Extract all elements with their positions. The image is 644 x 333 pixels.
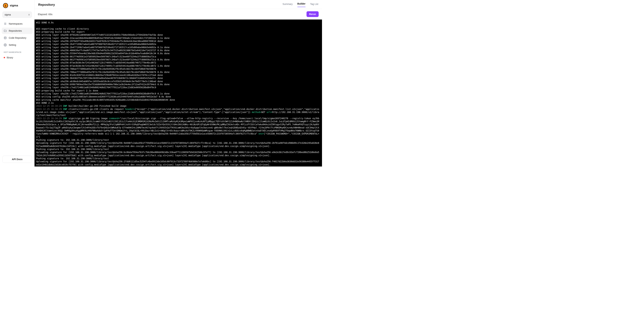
header: Repository Summary Builder Tag List (34, 0, 322, 9)
log-line: #23 preparing build cache for export 2.1… (36, 89, 320, 92)
brand-logo-letter: Σ (5, 4, 6, 7)
log-line: #23 DONE 2.1s (36, 102, 320, 104)
log-line: #23 writing cache manifest sha256:f611ea… (36, 98, 320, 102)
rerun-button[interactable]: Rerun (306, 11, 319, 17)
log-line: #23 writing layer sha256:2979d3ffd3a49b2… (36, 40, 320, 43)
nav-item-setting[interactable]: Setting (2, 42, 33, 48)
hot-namespace-label: library (7, 56, 13, 59)
project-selector-value: sigma (4, 13, 11, 16)
gear-icon (4, 44, 7, 46)
log-line: 2023-12-25 16:34:30 INF builder/cache.go… (36, 166, 320, 166)
brand[interactable]: Σ sigma (2, 2, 33, 10)
log-line: #23 preparing build cache for export (36, 30, 320, 34)
nav-item-label: Repositories (9, 30, 22, 32)
main: Repository Summary Builder Tag List Elap… (34, 0, 322, 166)
log-line: #23 writing layer sha256:81e9c028f32c416… (36, 74, 320, 77)
tab-builder[interactable]: Builder (298, 2, 306, 7)
brand-name: sigma (10, 4, 18, 7)
log-line: #23 writing layer sha256:ab38edc845ab897… (36, 80, 320, 83)
nav-item-code-repository[interactable]: Code Repository (2, 35, 33, 41)
log-line: Pushing signature to: 192.168.31.198:300… (36, 138, 320, 142)
folder-icon (4, 29, 7, 32)
status-dot-icon (4, 57, 5, 58)
log-line: #23 writing config sha256:a41d1c6853afc3… (36, 95, 320, 98)
page-title: Repository (38, 3, 55, 6)
rerun-label: Rerun (309, 13, 316, 16)
log-line: Uploading signature for [192.168.31.198:… (36, 151, 320, 157)
log-line: 2023-12-25 16:34:29 INF builder/builder.… (36, 104, 320, 108)
log-line: Pushing signature to: 192.168.31.198:300… (36, 148, 320, 151)
log-line: 2023-12-25 16:34:29 INF sign/sign.go:88 … (36, 117, 320, 138)
nav-item-namespaces[interactable]: Namespaces (2, 20, 33, 27)
log-line: #23 writing layer sha256:661ff4d9561e3fd… (36, 58, 320, 61)
log-line: Uploading signature for [192.168.31.198:… (36, 160, 320, 166)
log-line: #23 writing layer sha256:6fae3b38c9e7241… (36, 61, 320, 64)
nav-item-label: Namespaces (9, 22, 22, 25)
log-line: 2023-12-25 16:34:29 INF clients/clients.… (36, 108, 320, 117)
log-line: #23 writing layer sha256:22acaa10bb494e8… (36, 37, 320, 40)
log-line: #23 writing layer sha256:788aef77d06ba65… (36, 71, 320, 74)
log-line (36, 24, 320, 27)
subbar: Elapsed: 69s Rerun (34, 9, 322, 20)
log-line: #23 writing layer sha256:661ff4d9561e3fd… (36, 55, 320, 58)
brand-logo: Σ (3, 3, 8, 8)
log-line: #23 writing layer sha256:486039affc0ad0f… (36, 49, 320, 52)
svg-point-3 (4, 37, 6, 38)
api-docs-button[interactable]: API Docs (2, 156, 32, 163)
primary-nav: Namespaces Repositories Code Repository … (2, 20, 33, 48)
tab-label: Builder (298, 2, 306, 5)
nav-item-repositories[interactable]: Repositories (2, 28, 33, 34)
chevron-updown-icon: ▲▼ (28, 14, 30, 16)
tab-tag-list[interactable]: Tag List (310, 3, 318, 7)
tabs: Summary Builder Tag List (282, 2, 318, 7)
log-line: Uploading signature for [192.168.31.198:… (36, 142, 320, 148)
hot-namespace-item[interactable]: library (2, 55, 33, 60)
nav-item-label: Setting (9, 44, 16, 46)
build-log-terminal[interactable]: #22 DONE 0.9s #23 exporting cache to cli… (34, 20, 322, 166)
project-selector[interactable]: sigma ▲▼ (2, 12, 32, 18)
log-line: #23 writing layer sha256:55504f45ee4b236… (36, 52, 320, 55)
log-line: #23 exporting cache to client directory (36, 28, 320, 30)
log-line: Pushing signature to: 192.168.31.198:300… (36, 157, 320, 160)
tab-label: Summary (282, 3, 293, 6)
log-line: #23 writing layer sha256:0f932811d890586… (36, 34, 320, 36)
log-line: #22 DONE 0.9s (36, 21, 320, 24)
log-line: #23 writing layer sha256:b99b7969ee59a15… (36, 83, 320, 86)
elapsed-label: Elapsed: 69s (38, 13, 52, 16)
log-line: #23 writing layer sha256:c7ed17148b1ad61… (36, 92, 320, 95)
sidebar: Σ sigma sigma ▲▼ Namespaces Repositories (0, 0, 34, 166)
svg-point-4 (5, 44, 6, 46)
log-line: #23 writing layer sha256:964382f56c59f23… (36, 77, 320, 80)
api-docs-label: API Docs (12, 158, 22, 160)
log-line: #23 writing layer sha256:c7ed17148b1ad61… (36, 86, 320, 89)
hot-namespace-heading: HOT NAMESPACE (2, 48, 33, 55)
stack-icon (4, 36, 7, 40)
log-line: #23 writing layer sha256:2b477199b7ada41… (36, 46, 320, 49)
nav-item-label: Code Repository (9, 36, 26, 39)
tab-summary[interactable]: Summary (282, 3, 293, 7)
log-line: #23 writing layer sha256:788aef77d06ba65… (36, 68, 320, 70)
list-icon (4, 22, 7, 25)
log-line: #23 writing layer sha256:6fae3b38c9e7241… (36, 64, 320, 68)
tab-label: Tag List (310, 3, 318, 6)
log-line: #23 writing layer sha256:2b477199b7ada41… (36, 43, 320, 46)
